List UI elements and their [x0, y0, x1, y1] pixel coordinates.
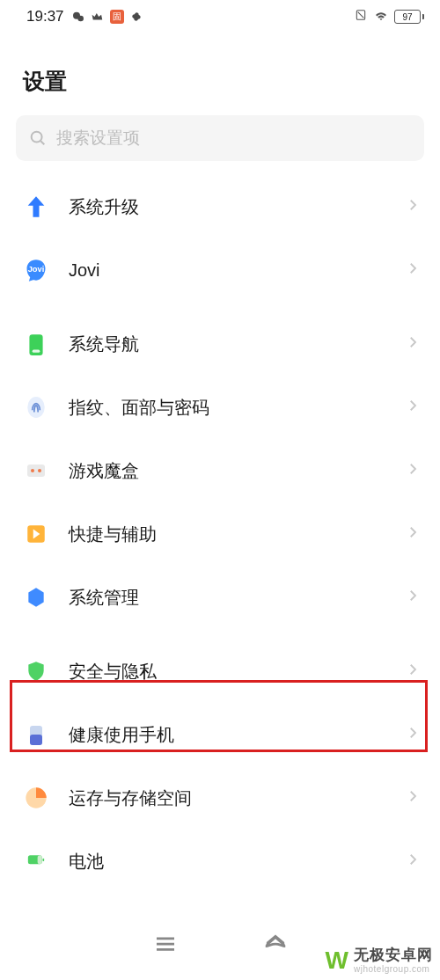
- svg-rect-8: [27, 464, 45, 477]
- fan-icon: [129, 10, 143, 24]
- svg-rect-6: [33, 350, 40, 353]
- upgrade-arrow-icon: [23, 194, 49, 220]
- wellbeing-phone-icon: [23, 721, 49, 748]
- item-label: 指纹、面部与密码: [69, 396, 385, 420]
- settings-item-game-box[interactable]: 游戏魔盒: [0, 439, 440, 502]
- watermark: W 无极安卓网 wjhotelgroup.com: [326, 947, 433, 975]
- item-label: 系统管理: [69, 586, 385, 610]
- battery-indicator: 97: [394, 10, 424, 24]
- status-left: 19:37 固: [26, 8, 143, 26]
- item-label: Jovi: [69, 260, 385, 281]
- search-icon: [28, 128, 48, 148]
- jovi-icon: Jovi: [23, 257, 49, 283]
- chevron-right-icon: [405, 788, 421, 808]
- svg-point-7: [27, 397, 45, 418]
- chevron-right-icon: [405, 334, 421, 354]
- status-bar: 19:37 固 97: [0, 0, 440, 33]
- item-label: 安全与隐私: [69, 660, 385, 684]
- pie-chart-icon: [23, 785, 49, 811]
- chevron-right-icon: [405, 197, 421, 216]
- shortcut-arrow-icon: [23, 521, 49, 547]
- chevron-right-icon: [405, 725, 421, 744]
- settings-item-jovi[interactable]: Jovi Jovi: [0, 238, 440, 302]
- chevron-right-icon: [405, 524, 421, 544]
- crown-icon: [91, 10, 105, 24]
- settings-item-biometrics-password[interactable]: 指纹、面部与密码: [0, 376, 440, 439]
- watermark-brand: 无极安卓网: [354, 947, 433, 964]
- chevron-right-icon: [405, 852, 421, 871]
- search-input[interactable]: [56, 128, 412, 148]
- fingerprint-icon: [23, 394, 49, 421]
- svg-rect-16: [43, 859, 45, 861]
- item-label: 运存与存储空间: [69, 786, 385, 810]
- settings-item-system-navigation[interactable]: 系统导航: [0, 312, 440, 376]
- item-label: 系统升级: [69, 195, 385, 219]
- chevron-right-icon: [405, 260, 421, 280]
- status-right: 97: [354, 7, 424, 27]
- item-label: 系统导航: [69, 333, 385, 356]
- settings-item-ram-storage[interactable]: 运存与存储空间: [0, 766, 440, 830]
- svg-point-10: [38, 469, 41, 472]
- settings-item-security-privacy[interactable]: 安全与隐私: [0, 640, 440, 703]
- phone-green-icon: [23, 331, 49, 357]
- chevron-right-icon: [405, 588, 421, 607]
- status-time: 19:37: [26, 8, 64, 26]
- page-title: 设置: [0, 33, 440, 115]
- wifi-icon: [373, 7, 389, 27]
- shield-icon: [23, 658, 49, 684]
- settings-item-system-upgrade[interactable]: 系统升级: [0, 175, 440, 238]
- gamepad-icon: [23, 457, 49, 484]
- app-icon-orange: 固: [110, 10, 124, 24]
- settings-item-digital-wellbeing[interactable]: 健康使用手机: [0, 703, 440, 766]
- wechat-icon: [71, 10, 85, 24]
- battery-icon: [23, 848, 49, 874]
- hexagon-blue-icon: [23, 584, 49, 611]
- watermark-logo-icon: W: [326, 947, 348, 975]
- item-label: 快捷与辅助: [69, 523, 385, 546]
- watermark-url: wjhotelgroup.com: [354, 964, 433, 974]
- item-label: 健康使用手机: [69, 723, 385, 747]
- settings-item-shortcut-accessibility[interactable]: 快捷与辅助: [0, 502, 440, 566]
- nav-home-icon[interactable]: [262, 931, 289, 961]
- item-label: 电池: [69, 850, 385, 874]
- nav-menu-icon[interactable]: [152, 931, 179, 961]
- settings-list: 系统升级 Jovi Jovi 系统导航 指纹、面部与密码 游戏魔盒 快捷: [0, 175, 440, 893]
- chevron-right-icon: [405, 461, 421, 480]
- search-box[interactable]: [16, 115, 424, 161]
- chevron-right-icon: [405, 398, 421, 417]
- settings-item-system-management[interactable]: 系统管理: [0, 566, 440, 629]
- svg-point-1: [77, 16, 84, 22]
- svg-point-9: [31, 469, 34, 472]
- settings-item-battery[interactable]: 电池: [0, 830, 440, 893]
- status-app-icons: 固: [71, 10, 143, 24]
- chevron-right-icon: [405, 662, 421, 681]
- svg-point-3: [32, 132, 42, 143]
- item-label: 游戏魔盒: [69, 459, 385, 483]
- svg-text:Jovi: Jovi: [28, 265, 45, 274]
- battery-percent: 97: [402, 12, 412, 22]
- svg-rect-13: [30, 735, 42, 745]
- no-sim-icon: [354, 8, 368, 26]
- svg-rect-17: [38, 855, 42, 864]
